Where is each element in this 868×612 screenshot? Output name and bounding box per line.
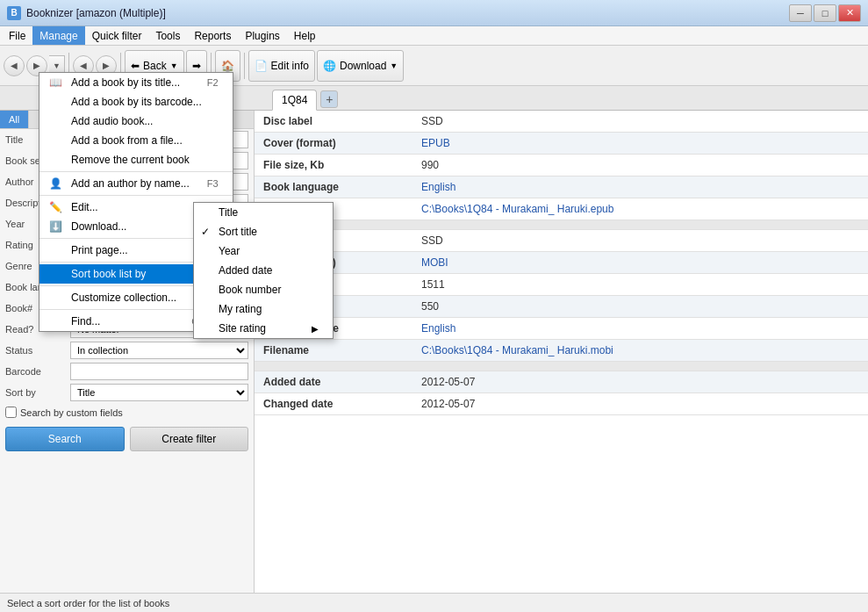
sort-by-row: Sort by Title	[0, 382, 254, 403]
search-button[interactable]: Search	[5, 427, 125, 451]
sort-site-rating-item[interactable]: Site rating ▶	[194, 319, 333, 338]
menu-tools[interactable]: Tools	[148, 26, 187, 45]
search-custom-fields-label: Search by custom fields	[20, 407, 123, 418]
field-value: English	[412, 318, 868, 340]
find-label: Find...	[71, 315, 100, 328]
add-author-shortcut: F3	[207, 178, 219, 189]
print-page-label: Print page...	[71, 244, 128, 256]
add-audio-book-item[interactable]: Add audio book...	[39, 112, 233, 131]
sep-4	[244, 53, 245, 79]
filter-tab-all[interactable]: All	[0, 111, 29, 128]
table-row: Cover (format) EPUB	[255, 133, 868, 155]
add-author-icon: 👤	[47, 175, 64, 192]
field-value: 2012-05-07	[412, 371, 868, 393]
menu-file[interactable]: File	[2, 26, 32, 45]
home-icon: 🏠	[221, 60, 234, 72]
download-icon: 🌐	[323, 60, 336, 72]
sort-by-label: Sort by	[5, 387, 67, 398]
table-row: Disc label SSD	[255, 111, 868, 133]
status-select[interactable]: In collection	[70, 342, 248, 359]
tab-1q84[interactable]: 1Q84	[272, 90, 317, 111]
table-row: Disc label SSD	[255, 230, 868, 252]
add-book-barcode-item[interactable]: Add a book by its barcode...	[39, 92, 233, 112]
site-rating-arrow-icon: ▶	[312, 324, 319, 334]
minimize-button[interactable]: ─	[789, 4, 812, 22]
add-book-title-icon: 📖	[47, 74, 64, 91]
back-label: Back	[143, 60, 167, 72]
edit-label: Edit...	[71, 201, 98, 213]
field-label: Cover (format)	[255, 133, 412, 155]
field-value: C:\Books\1Q84 - Murakami_ Haruki.mobi	[412, 340, 868, 362]
edit-icon: ✏️	[47, 198, 64, 216]
sort-submenu[interactable]: Title ✓ Sort title Year Added date Book …	[193, 202, 334, 339]
search-custom-fields-checkbox[interactable]	[5, 407, 17, 418]
remove-current-book-item[interactable]: Remove the current book	[39, 150, 233, 169]
menu-reports[interactable]: Reports	[187, 26, 238, 45]
menu-plugins[interactable]: Plugins	[238, 26, 286, 45]
sort-by-select[interactable]: Title	[70, 384, 248, 401]
menu-quick-filter[interactable]: Quick filter	[85, 26, 149, 45]
status-text: Select a sort order for the list of book…	[7, 598, 169, 608]
field-label: Added date	[255, 371, 412, 393]
download-button[interactable]: 🌐 Download ▼	[317, 50, 404, 82]
sort-added-date-item[interactable]: Added date	[194, 261, 333, 280]
customize-collection-label: Customize collection...	[71, 292, 176, 304]
create-filter-button[interactable]: Create filter	[130, 427, 249, 451]
tab-label: 1Q84	[282, 94, 307, 106]
window-title: Booknizer [amazon (Multiple)]	[26, 7, 789, 19]
field-value: SSD	[412, 230, 868, 252]
nav-prev-btn[interactable]: ◀	[4, 55, 25, 76]
add-book-file-item[interactable]: Add a book from a file...	[39, 131, 233, 150]
sort-book-number-item[interactable]: Book number	[194, 280, 333, 299]
add-audio-book-label: Add audio book...	[71, 115, 153, 127]
add-tab-button[interactable]: +	[320, 90, 338, 108]
status-label: Status	[5, 345, 67, 356]
menu-help[interactable]: Help	[287, 26, 323, 45]
add-book-file-label: Add a book from a file...	[71, 134, 183, 147]
sort-book-number-label: Book number	[219, 284, 281, 296]
barcode-row: Barcode	[0, 361, 254, 382]
back-dropdown-icon[interactable]: ▼	[170, 61, 178, 70]
table-row: Changed date 2012-05-07	[255, 393, 868, 415]
add-book-title-item[interactable]: 📖 Add a book by its title... F2	[39, 73, 233, 92]
field-label: Book language	[255, 176, 412, 198]
back-icon: ⬅	[131, 60, 140, 72]
status-bar: Select a sort order for the list of book…	[0, 593, 868, 612]
table-row: Filename C:\Books\1Q84 - Murakami_ Haruk…	[255, 340, 868, 362]
table-row: Book language English	[255, 176, 868, 198]
menu-bar: File Manage Quick filter Tools Reports P…	[0, 26, 868, 46]
table-row: Pages 550	[255, 296, 868, 318]
sort-my-rating-item[interactable]: My rating	[194, 299, 333, 319]
maximize-button[interactable]: □	[814, 4, 836, 22]
field-value: C:\Books\1Q84 - Murakami_ Haruki.epub	[412, 198, 868, 220]
download-label: Download	[340, 60, 386, 72]
forward-icon: ➡	[192, 60, 201, 72]
download-menu-label: Download...	[71, 220, 126, 233]
sort-sort-title-check: ✓	[201, 226, 210, 238]
sep-2	[39, 195, 233, 196]
field-value: EPUB	[412, 133, 868, 155]
edit-info-button[interactable]: 📄 Edit info	[248, 50, 315, 82]
close-button[interactable]: ✕	[838, 4, 861, 22]
sort-sort-title-item[interactable]: ✓ Sort title	[194, 222, 333, 241]
sort-sort-title-label: Sort title	[219, 226, 257, 238]
barcode-input[interactable]	[70, 363, 248, 380]
sort-added-date-label: Added date	[219, 264, 272, 277]
sort-year-label: Year	[219, 245, 240, 257]
field-label: Filename	[255, 340, 412, 362]
field-value: 1511	[412, 274, 868, 296]
search-custom-fields-row: Search by custom fields	[0, 403, 254, 421]
sort-year-item[interactable]: Year	[194, 241, 333, 261]
sort-title-item[interactable]: Title	[194, 203, 333, 222]
field-value: 2012-05-07	[412, 393, 868, 415]
add-author-item[interactable]: 👤 Add an author by name... F3	[39, 174, 233, 193]
menu-manage[interactable]: Manage	[32, 26, 84, 45]
field-value: SSD	[412, 111, 868, 133]
app-icon: B	[7, 6, 21, 20]
add-book-title-label: Add a book by its title...	[71, 76, 180, 89]
add-author-label: Add an author by name...	[71, 177, 190, 190]
sep-1	[39, 171, 233, 172]
download-menu-icon: ⬇️	[47, 218, 64, 235]
sort-book-list-label: Sort book list by	[71, 268, 146, 280]
download-dropdown-icon[interactable]: ▼	[390, 61, 398, 70]
